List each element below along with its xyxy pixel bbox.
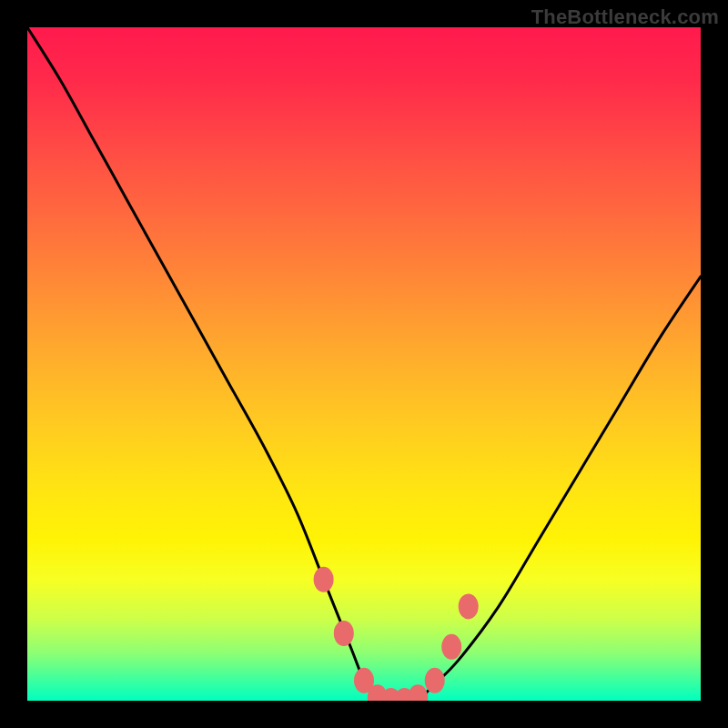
curve-marker <box>459 593 479 619</box>
curve-marker <box>334 621 354 646</box>
plot-area <box>27 27 701 701</box>
curve-marker <box>314 567 334 592</box>
curve-markers <box>314 567 479 701</box>
chart-frame: TheBottleneck.com <box>0 0 728 728</box>
chart-svg <box>27 27 701 701</box>
curve-marker <box>441 634 461 660</box>
curve-marker <box>408 684 428 701</box>
watermark-text: TheBottleneck.com <box>531 5 719 29</box>
curve-marker <box>425 668 445 693</box>
bottleneck-curve <box>27 27 701 701</box>
